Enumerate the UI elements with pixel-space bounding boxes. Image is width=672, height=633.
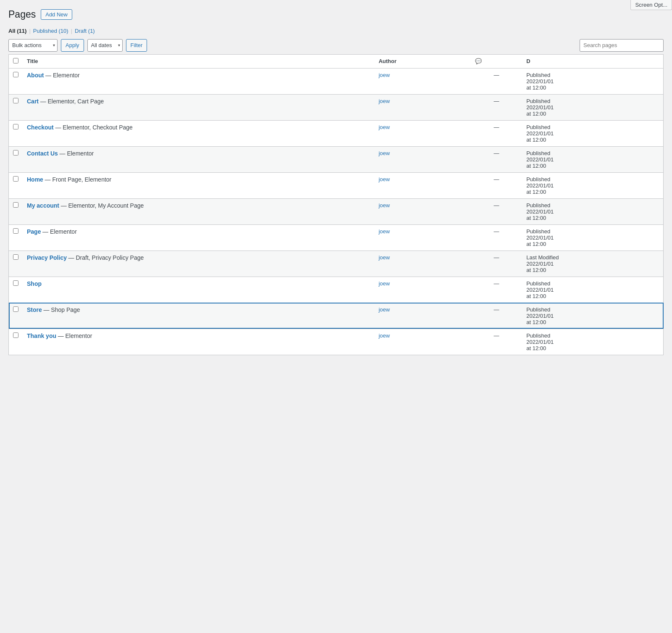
row-date-cell: Published2022/01/01at 12:00 [522,224,663,251]
dates-filter-select[interactable]: All dates [87,39,123,52]
row-comments-value: — [494,98,499,104]
row-checkbox-cell [9,303,23,329]
row-title-link[interactable]: Home [27,176,43,183]
row-title-cell: Checkout — Elementor, Checkout Page [23,120,374,146]
row-title-cell: Shop [23,277,374,303]
row-comments-cell: — [471,120,522,146]
row-checkbox-cell [9,94,23,120]
row-author-link[interactable]: joew [378,306,390,313]
row-checkbox[interactable] [13,332,18,338]
row-title-link[interactable]: Shop [27,280,42,287]
table-row: Shop joew — Published2022/01/01at 12:00 [9,277,664,303]
row-author-link[interactable]: joew [378,332,390,339]
row-comments-value: — [494,72,499,78]
row-title-link[interactable]: Thank you [27,332,56,339]
row-post-state: — Elementor, Cart Page [40,98,104,105]
row-checkbox[interactable] [13,254,18,260]
row-checkbox[interactable] [13,306,18,312]
row-date-value: Published2022/01/01at 12:00 [526,150,554,169]
filter-draft-link[interactable]: Draft (1) [75,28,95,34]
row-checkbox-cell [9,172,23,198]
row-author-link[interactable]: joew [378,228,390,235]
row-date-cell: Published2022/01/01at 12:00 [522,94,663,120]
row-checkbox-cell [9,224,23,251]
row-post-state: — Elementor [58,332,92,339]
row-author-cell: joew [374,277,470,303]
row-post-state: — Front Page, Elementor [45,176,112,183]
row-checkbox-cell [9,198,23,224]
row-checkbox-cell [9,251,23,277]
row-date-cell: Published2022/01/01at 12:00 [522,198,663,224]
row-date-cell: Last Modified2022/01/01at 12:00 [522,251,663,277]
search-input[interactable] [580,39,664,52]
col-header-comments: 💬 [471,54,522,68]
row-checkbox[interactable] [13,176,18,182]
row-date-cell: Published2022/01/01at 12:00 [522,146,663,172]
row-title-link[interactable]: Store [27,306,42,313]
row-title-link[interactable]: Cart [27,98,39,105]
row-date-value: Published2022/01/01at 12:00 [526,228,554,247]
bulk-actions-select[interactable]: Bulk actions Edit Move to Trash [8,39,58,52]
filter-all-link[interactable]: All (11) [8,28,26,34]
row-author-link[interactable]: joew [378,202,390,208]
row-author-cell: joew [374,68,470,94]
filter-published-link[interactable]: Published (10) [33,28,68,34]
row-author-link[interactable]: joew [378,124,390,130]
row-date-cell: Published2022/01/01at 12:00 [522,329,663,355]
row-checkbox-cell [9,146,23,172]
apply-button[interactable]: Apply [61,39,84,52]
row-comments-cell: — [471,198,522,224]
row-comments-value: — [494,176,499,182]
row-title-link[interactable]: About [27,72,44,79]
row-comments-value: — [494,280,499,287]
row-comments-value: — [494,228,499,235]
row-author-cell: joew [374,251,470,277]
row-checkbox-cell [9,68,23,94]
search-wrap [580,39,664,52]
screen-options-button[interactable]: Screen Opt... [630,0,672,10]
col-header-author[interactable]: Author [374,54,470,68]
row-checkbox-cell [9,120,23,146]
col-header-date: D [522,54,663,68]
row-author-link[interactable]: joew [378,254,390,261]
row-comments-cell: — [471,224,522,251]
row-author-link[interactable]: joew [378,280,390,287]
row-title-link[interactable]: My account [27,202,59,209]
row-date-cell: Published2022/01/01at 12:00 [522,172,663,198]
row-title-cell: Contact Us — Elementor [23,146,374,172]
row-date-cell: Published2022/01/01at 12:00 [522,303,663,329]
row-date-value: Last Modified2022/01/01at 12:00 [526,254,559,273]
row-date-value: Published2022/01/01at 12:00 [526,332,554,351]
row-title-link[interactable]: Privacy Policy [27,254,67,261]
row-comments-cell: — [471,251,522,277]
row-date-value: Published2022/01/01at 12:00 [526,124,554,143]
filter-button[interactable]: Filter [126,39,147,52]
row-post-state: — Elementor, My Account Page [61,202,144,209]
row-author-cell: joew [374,120,470,146]
row-checkbox-cell [9,277,23,303]
row-title-link[interactable]: Checkout [27,124,54,131]
row-checkbox[interactable] [13,150,18,156]
col-header-title[interactable]: Title [23,54,374,68]
row-date-value: Published2022/01/01at 12:00 [526,306,554,325]
row-author-link[interactable]: joew [378,176,390,182]
row-title-link[interactable]: Contact Us [27,150,58,157]
row-checkbox[interactable] [13,72,18,77]
row-title-cell: Store — Shop Page [23,303,374,329]
row-comments-value: — [494,254,499,261]
row-checkbox[interactable] [13,124,18,129]
row-post-state: — Draft, Privacy Policy Page [68,254,144,261]
row-title-cell: Home — Front Page, Elementor [23,172,374,198]
row-author-link[interactable]: joew [378,72,390,78]
select-all-checkbox[interactable] [13,58,18,63]
row-comments-cell: — [471,68,522,94]
row-author-link[interactable]: joew [378,150,390,156]
row-checkbox[interactable] [13,280,18,286]
row-checkbox[interactable] [13,202,18,208]
row-author-cell: joew [374,198,470,224]
row-title-link[interactable]: Page [27,228,41,235]
row-author-link[interactable]: joew [378,98,390,104]
row-checkbox[interactable] [13,228,18,234]
add-new-button[interactable]: Add New [41,9,72,20]
row-checkbox[interactable] [13,98,18,103]
